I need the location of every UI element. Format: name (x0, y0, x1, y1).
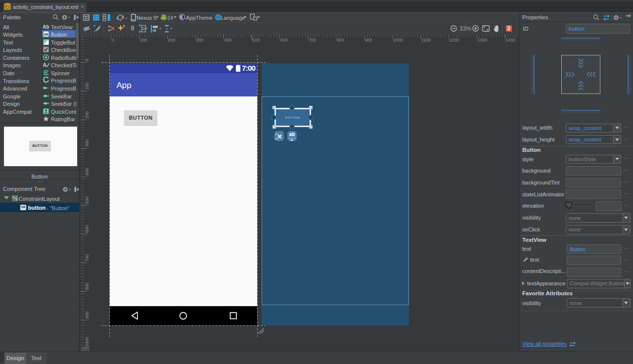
svg-text:Ab: Ab (43, 24, 49, 29)
svg-text:OK: OK (44, 33, 48, 36)
